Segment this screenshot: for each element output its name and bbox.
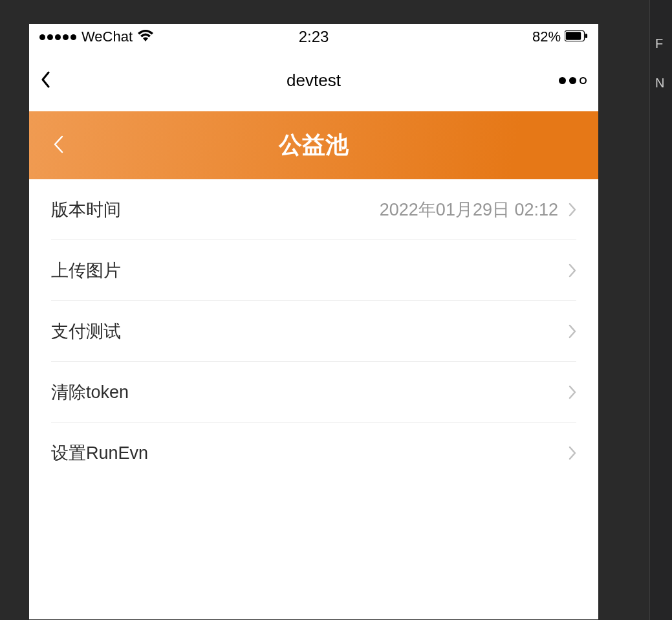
chevron-left-icon — [52, 135, 64, 154]
signal-dots-icon — [39, 34, 76, 40]
page-title: 公益池 — [279, 129, 349, 161]
editor-char: N — [650, 72, 672, 94]
status-bar: WeChat 2:23 82% — [29, 24, 598, 50]
list-item-set-runevn[interactable]: 设置RunEvn — [51, 423, 576, 483]
battery-percent-label: 82% — [532, 28, 561, 45]
settings-list: 版本时间 2022年01月29日 02:12 上传图片 支付测试 — [29, 179, 598, 483]
more-button[interactable] — [559, 77, 587, 84]
list-item-clear-token[interactable]: 清除token — [51, 362, 576, 423]
list-item-value: 2022年01月29日 02:12 — [380, 198, 558, 221]
phone-simulator-frame: WeChat 2:23 82% devt — [29, 24, 598, 619]
editor-char: F — [650, 32, 672, 55]
list-item-label: 上传图片 — [51, 259, 121, 282]
status-left: WeChat — [39, 28, 153, 45]
nav-title: devtest — [287, 71, 341, 91]
editor-sidebar: F N — [649, 0, 672, 620]
list-item-label: 支付测试 — [51, 320, 121, 343]
dot-icon — [569, 77, 576, 84]
status-right: 82% — [532, 28, 588, 45]
page-header: 公益池 — [29, 111, 598, 179]
back-button[interactable] — [41, 71, 50, 91]
svg-rect-1 — [566, 32, 581, 40]
list-item-upload-image[interactable]: 上传图片 — [51, 240, 576, 301]
chevron-right-icon — [569, 263, 576, 278]
dot-icon — [559, 77, 566, 84]
header-back-button[interactable] — [52, 135, 64, 157]
list-item-label: 设置RunEvn — [51, 441, 148, 465]
chevron-right-icon — [569, 203, 576, 217]
circle-icon — [580, 77, 587, 84]
battery-icon — [565, 28, 588, 45]
nav-bar: devtest — [29, 50, 598, 111]
chevron-right-icon — [569, 446, 576, 460]
list-item-payment-test[interactable]: 支付测试 — [51, 301, 576, 362]
chevron-right-icon — [569, 324, 576, 338]
list-item-label: 版本时间 — [51, 198, 121, 221]
chevron-left-icon — [41, 71, 50, 88]
chevron-right-icon — [569, 385, 576, 399]
carrier-label: WeChat — [81, 28, 133, 45]
clock-label: 2:23 — [299, 28, 329, 46]
wifi-icon — [138, 28, 153, 45]
list-item-version-time[interactable]: 版本时间 2022年01月29日 02:12 — [51, 179, 576, 240]
svg-rect-2 — [585, 34, 588, 38]
list-item-label: 清除token — [51, 381, 129, 404]
